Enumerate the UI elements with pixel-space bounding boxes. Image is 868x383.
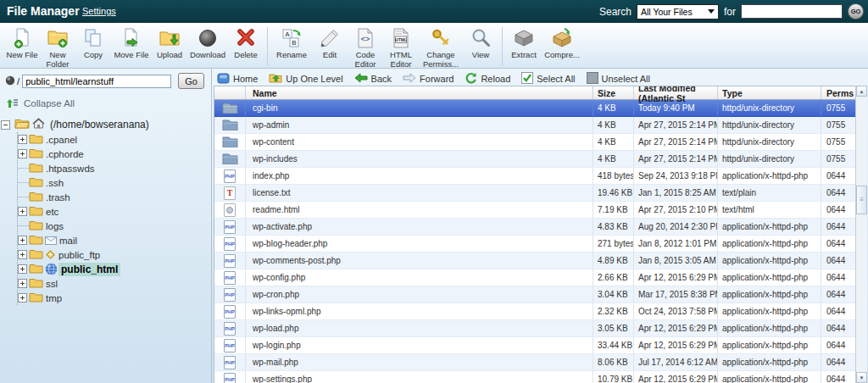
sidebar-item-logs[interactable]: logs	[18, 219, 208, 233]
nav-home[interactable]: Home	[217, 72, 258, 86]
expand-icon[interactable]	[18, 250, 27, 259]
sidebar: Collapse All (/home/bowseranana) .cpanel…	[6, 96, 208, 305]
table-row[interactable]: PHP wp-mail.php 8.06 KB Jul 17, 2014 6:1…	[214, 354, 855, 371]
sidebar-item-cphorde[interactable]: .cphorde	[18, 147, 208, 161]
header-size[interactable]: Size	[593, 86, 634, 99]
folder-icon	[29, 263, 43, 275]
search-scope-select[interactable]: All Your Files	[637, 4, 719, 19]
collapse-all-icon	[6, 97, 19, 110]
table-row[interactable]: PHP wp-login.php 33.44 KB Apr 12, 2015 6…	[214, 337, 855, 354]
header-name[interactable]: Name	[246, 86, 593, 99]
table-row[interactable]: PHP wp-config.php 2.66 KB Apr 12, 2015 6…	[214, 269, 855, 286]
table-row[interactable]: PHP index.php 418 bytes Sep 24, 2013 9:1…	[214, 168, 855, 185]
toolbar-html-editor[interactable]: HTML HTML Editor	[383, 26, 419, 69]
php-file-icon: PHP	[224, 305, 236, 319]
expand-icon[interactable]	[18, 149, 27, 158]
toolbar-code-editor[interactable]: <> Code Editor	[348, 26, 383, 69]
table-row[interactable]: PHP wp-activate.php 4.83 KB Aug 20, 2014…	[214, 219, 855, 236]
toolbar-change-permissions[interactable]: Change Permiss...	[419, 26, 463, 69]
expand-icon[interactable]	[18, 279, 27, 288]
path-go-button[interactable]: Go	[178, 73, 204, 89]
toolbar-view[interactable]: View	[463, 26, 498, 59]
toolbar-extract[interactable]: Extract	[506, 26, 542, 59]
extract-icon	[513, 26, 535, 50]
toolbar: New File New Folder Copy Move File Uploa…	[0, 23, 868, 69]
folder-icon	[29, 248, 43, 261]
sidebar-item-trash[interactable]: .trash	[18, 190, 208, 204]
nav-select-all[interactable]: Select All	[521, 72, 575, 86]
scroll-down-button[interactable]: ▼	[856, 372, 867, 383]
scrollbar-thumb[interactable]	[856, 186, 867, 214]
file-nav-bar: Home Up One Level Back Forward Reload Se…	[217, 72, 650, 86]
search-input[interactable]	[741, 4, 843, 19]
table-row[interactable]: PHP wp-settings.php 10.79 KB Apr 12, 201…	[214, 371, 855, 383]
table-row[interactable]: wp-admin 4 KB Apr 27, 2015 2:14 PM httpd…	[214, 117, 855, 134]
sidebar-item-htpasswds[interactable]: .htpasswds	[18, 161, 208, 175]
expand-icon[interactable]	[18, 264, 27, 274]
table-row[interactable]: wp-includes 4 KB Apr 27, 2015 2:14 PM ht…	[214, 151, 855, 168]
search-go-button[interactable]: GO	[848, 3, 864, 19]
expand-icon[interactable]	[18, 236, 27, 245]
path-input[interactable]	[22, 75, 171, 88]
toolbar-upload[interactable]: Upload	[152, 26, 187, 59]
toolbar-download[interactable]: Download	[187, 26, 228, 59]
toolbar-edit[interactable]: Edit	[312, 26, 348, 59]
sidebar-item-ssh[interactable]: .ssh	[18, 175, 208, 190]
sidebar-item-ssl[interactable]: ssl	[18, 276, 208, 291]
toolbar-copy[interactable]: Copy	[75, 26, 111, 59]
header-icon-column	[214, 86, 246, 99]
ftp-icon	[45, 249, 56, 260]
table-row[interactable]: PHP wp-comments-post.php 4.89 KB Jan 8, …	[214, 253, 855, 269]
toolbar-compress[interactable]: Compre...	[542, 26, 582, 59]
toolbar-delete[interactable]: Delete	[228, 26, 264, 59]
header-last-modified[interactable]: Last Modified (Atlantic St	[634, 86, 718, 99]
nav-up-one-level[interactable]: Up One Level	[269, 72, 342, 86]
sidebar-item-cpanel[interactable]: .cpanel	[18, 132, 208, 147]
sidebar-item-public-html[interactable]: public_html	[18, 262, 208, 276]
nav-back[interactable]: Back	[354, 73, 392, 85]
toolbar-new-file[interactable]: New File	[4, 26, 40, 59]
table-row[interactable]: PHP wp-load.php 3.05 KB Apr 12, 2015 6:2…	[214, 320, 855, 337]
rename-icon: AB	[281, 26, 303, 50]
table-row[interactable]: T license.txt 19.46 KB Jan 1, 2015 8:25 …	[214, 185, 855, 202]
php-file-icon: PHP	[224, 373, 236, 383]
sidebar-item-etc[interactable]: etc	[18, 204, 208, 219]
expand-icon[interactable]	[18, 135, 27, 144]
path-bar: / Go	[5, 73, 204, 89]
home-icon	[32, 118, 45, 131]
table-row[interactable]: PHP wp-blog-header.php 271 bytes Jan 8, …	[214, 236, 855, 253]
toolbar-new-folder[interactable]: New Folder	[40, 26, 75, 69]
sidebar-item-public-ftp[interactable]: public_ftp	[18, 247, 208, 262]
table-row[interactable]: cgi-bin 4 KB Today 9:40 PM httpd/unix-di…	[214, 100, 855, 117]
table-row[interactable]: PHP wp-cron.php 3.04 KB Mar 17, 2015 8:3…	[214, 286, 855, 303]
sidebar-item-tmp[interactable]: tmp	[18, 291, 208, 305]
collapse-icon[interactable]	[1, 120, 10, 130]
scroll-up-button[interactable]: ▲	[856, 86, 867, 97]
expand-icon[interactable]	[18, 293, 27, 303]
table-row[interactable]: wp-content 4 KB Apr 27, 2015 2:14 PM htt…	[214, 134, 855, 151]
nav-forward[interactable]: Forward	[403, 73, 453, 85]
table-header: Name Size Last Modified (Atlantic St Typ…	[214, 86, 855, 100]
nav-unselect-all[interactable]: Unselect All	[587, 72, 650, 86]
expand-icon[interactable]	[18, 207, 27, 216]
collapse-all-button[interactable]: Collapse All	[6, 96, 208, 111]
open-folder-icon	[14, 118, 30, 131]
php-file-icon: PHP	[224, 356, 236, 369]
folder-icon	[29, 191, 43, 203]
nav-reload[interactable]: Reload	[465, 72, 510, 86]
header-perms[interactable]: Perms	[821, 86, 854, 99]
table-row[interactable]: PHP wp-links-opml.php 2.32 KB Oct 24, 20…	[214, 303, 855, 320]
table-row[interactable]: readme.html 7.19 KB Apr 27, 2015 2:10 PM…	[214, 202, 855, 219]
toolbar-move-file[interactable]: Move File	[111, 26, 152, 59]
up-level-icon	[269, 72, 282, 86]
sidebar-root-home[interactable]: (/home/bowseranana)	[6, 117, 208, 132]
vertical-scrollbar[interactable]: ▲ ▼	[855, 86, 867, 383]
mail-icon	[45, 236, 57, 245]
chevron-down-icon	[705, 6, 717, 18]
sidebar-item-mail[interactable]: mail	[18, 233, 208, 247]
unselect-all-box-icon	[587, 72, 598, 86]
folder-icon	[29, 291, 43, 304]
toolbar-rename[interactable]: AB Rename	[271, 26, 312, 59]
header-type[interactable]: Type	[718, 86, 821, 99]
settings-link[interactable]: Settings	[82, 6, 116, 16]
